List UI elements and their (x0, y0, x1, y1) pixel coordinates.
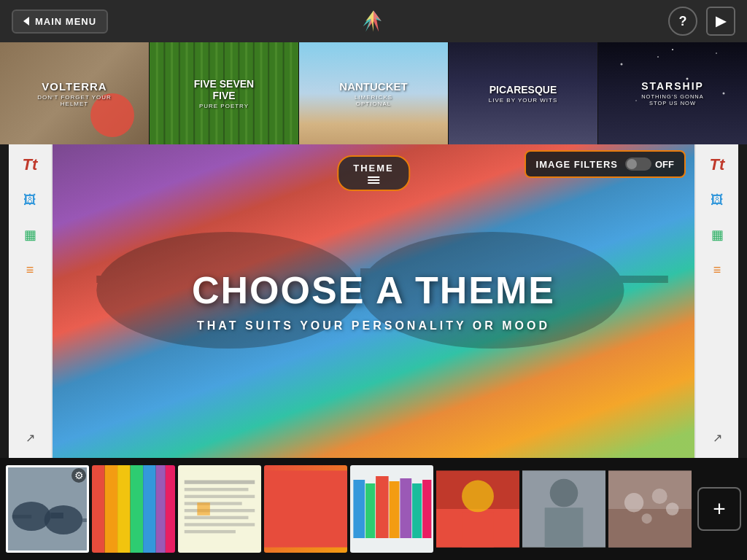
filmstrip-thumb-2[interactable] (92, 465, 175, 553)
left-edge (0, 144, 9, 458)
theme-card-nantucket[interactable]: NANTUCKET LIMERICKS OPTIONAL (299, 42, 449, 144)
svg-rect-38 (50, 513, 63, 518)
svg-rect-34 (597, 276, 667, 283)
svg-rect-65 (412, 483, 422, 538)
svg-point-78 (652, 489, 667, 504)
play-icon: ▶ (716, 13, 726, 29)
right-edge (738, 144, 747, 458)
filmstrip-thumb-8[interactable] (608, 465, 692, 553)
help-icon: ? (679, 14, 687, 29)
right-image-tool-button[interactable]: 🖼 (704, 187, 730, 213)
text-tool-button[interactable]: Tt (17, 152, 43, 178)
svg-point-28 (723, 93, 725, 95)
svg-rect-62 (376, 476, 389, 538)
svg-rect-52 (185, 502, 242, 505)
canvas-subheading: THAT SUITS YOUR PERSONALITY OR MOOD (192, 319, 555, 332)
nantucket-title: NANTUCKET (336, 80, 411, 93)
svg-rect-55 (185, 523, 255, 526)
svg-rect-66 (422, 480, 431, 538)
add-photo-button[interactable]: + (697, 487, 741, 531)
svg-point-36 (12, 502, 51, 531)
theme-card-volterra[interactable]: VOLTERRA DON'T FORGET YOUR HELMET (0, 42, 150, 144)
right-sidebar: Tt 🖼 ▦ ≡ ↗ (694, 144, 738, 458)
text-icon: Tt (23, 155, 38, 174)
right-layout-tool-button[interactable]: ▦ (704, 222, 730, 248)
nantucket-subtitle: LIMERICKS OPTIONAL (336, 94, 411, 107)
theme-button-icon (368, 176, 379, 184)
svg-rect-49 (185, 481, 255, 484)
theme-card-picaresque[interactable]: PICARESQUE LIVE BY YOUR WITS (449, 42, 598, 144)
main-menu-button[interactable]: MAIN MENU (12, 9, 108, 34)
svg-point-79 (666, 502, 679, 516)
theme-button[interactable]: THEME (337, 155, 410, 191)
toggle-switch: OFF (625, 158, 674, 171)
svg-rect-47 (166, 465, 175, 553)
right-share-button[interactable]: ↗ (704, 424, 730, 451)
play-button[interactable]: ▶ (706, 7, 735, 36)
logo (360, 8, 387, 34)
svg-point-80 (642, 513, 652, 524)
right-text-tool-button[interactable]: Tt (704, 152, 730, 178)
filmstrip-thumb-1[interactable]: ⚙ (6, 465, 89, 553)
main-menu-label: MAIN MENU (35, 16, 96, 27)
svg-rect-35 (6, 465, 89, 553)
svg-rect-51 (185, 495, 255, 498)
share-button[interactable]: ↗ (17, 424, 43, 451)
svg-point-69 (462, 481, 494, 513)
svg-rect-56 (185, 530, 236, 533)
svg-rect-33 (96, 276, 140, 283)
document-tool-button[interactable]: ≡ (17, 257, 43, 283)
gear-icon[interactable]: ⚙ (71, 468, 86, 483)
image-tool-button[interactable]: 🖼 (17, 187, 43, 213)
theme-card-fivesevenfive[interactable]: FIVE SEVEN FIVE PURE POETRY (150, 42, 299, 144)
svg-rect-39 (12, 515, 31, 518)
svg-rect-53 (185, 509, 255, 512)
image-icon: 🖼 (23, 192, 36, 208)
right-text-icon: Tt (710, 155, 725, 174)
theme-button-label: THEME (353, 163, 394, 174)
filmstrip: ⚙ (0, 458, 747, 560)
filmstrip-thumb-6[interactable] (436, 465, 519, 553)
canvas-area: THEME IMAGE FILTERS OFF CHOOSE A THEME T… (53, 144, 694, 458)
layout-icon: ▦ (24, 227, 36, 243)
layout-tool-button[interactable]: ▦ (17, 222, 43, 248)
svg-rect-70 (462, 512, 494, 547)
picaresque-title: PICARESQUE (489, 84, 558, 96)
svg-rect-58 (264, 470, 347, 547)
starship-subtitle: NOTHING'S GONNA STOP US NOW (635, 93, 710, 106)
filmstrip-thumb-4[interactable] (264, 465, 347, 553)
canvas-text: CHOOSE A THEME THAT SUITS YOUR PERSONALI… (192, 270, 555, 332)
toggle-state-label: OFF (655, 159, 674, 170)
svg-rect-54 (185, 516, 249, 519)
image-filters-label: IMAGE FILTERS (536, 159, 618, 170)
svg-rect-46 (156, 465, 166, 553)
help-button[interactable]: ? (668, 7, 697, 36)
filmstrip-thumb-5[interactable] (350, 465, 433, 553)
starship-title: STARSHIP (635, 80, 710, 92)
svg-rect-57 (197, 502, 210, 516)
right-document-tool-button[interactable]: ≡ (704, 257, 730, 283)
toggle-track (625, 158, 651, 171)
svg-rect-43 (117, 465, 131, 553)
svg-rect-63 (389, 481, 399, 538)
svg-rect-44 (131, 465, 144, 553)
theme-card-starship[interactable]: STARSHIP NOTHING'S GONNA STOP US NOW (598, 42, 747, 144)
volterra-subtitle: DON'T FORGET YOUR HELMET (37, 94, 112, 107)
logo-icon (360, 8, 387, 34)
filmstrip-thumb-3[interactable] (178, 465, 261, 553)
svg-rect-64 (400, 478, 411, 538)
themes-strip: VOLTERRA DON'T FORGET YOUR HELMET (0, 42, 747, 144)
volterra-title: VOLTERRA (37, 80, 112, 93)
picaresque-subtitle: LIVE BY YOUR WITS (489, 97, 558, 104)
fivesevenfive-subtitle: PURE POETRY (187, 103, 261, 109)
svg-point-26 (716, 52, 717, 54)
left-sidebar: Tt 🖼 ▦ ≡ ↗ (9, 144, 53, 458)
image-filters-toggle[interactable]: IMAGE FILTERS OFF (525, 150, 686, 178)
svg-point-23 (621, 63, 623, 66)
add-icon: + (713, 497, 726, 521)
filmstrip-thumb-7[interactable] (522, 465, 605, 553)
right-layout-icon: ▦ (711, 227, 724, 243)
back-arrow-icon (23, 17, 29, 26)
middle-area: Tt 🖼 ▦ ≡ ↗ (0, 144, 747, 458)
svg-rect-61 (365, 483, 375, 538)
